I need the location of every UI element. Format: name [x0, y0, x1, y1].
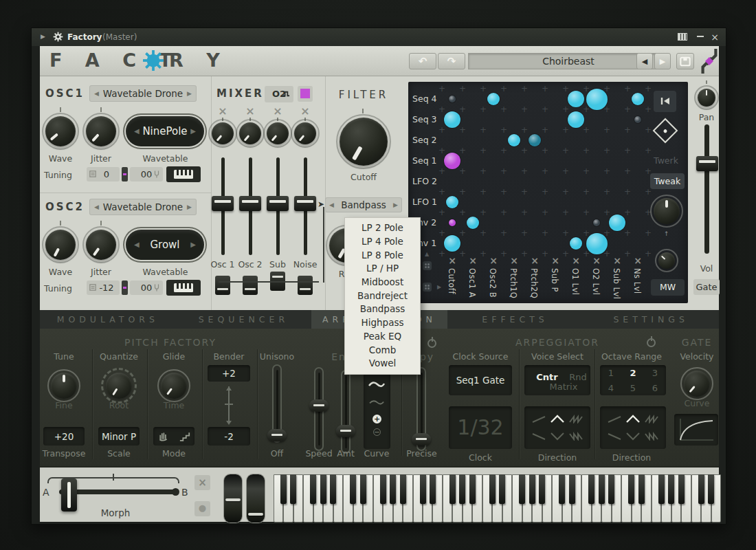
zigzag-down-icon[interactable]: [644, 432, 659, 441]
triangle-up-icon[interactable]: [550, 415, 565, 424]
ramp-down-icon[interactable]: [607, 432, 622, 441]
matrix-dot-r6-c0[interactable]: [449, 219, 456, 226]
menu-item-lp-8-pole[interactable]: LP 8 Pole: [345, 251, 420, 261]
chevron-right-icon[interactable]: ▶: [393, 197, 398, 212]
matrix-dot-r7-c6[interactable]: [570, 237, 582, 250]
black-key-15[interactable]: [430, 474, 436, 504]
ramp-down-icon[interactable]: [531, 432, 546, 441]
voice-option-rnd[interactable]: Rnd: [569, 372, 587, 382]
filter-type-dropdown[interactable]: ◀ Bandpass ▶: [325, 197, 402, 212]
mixer-fader-handle-1[interactable]: [212, 196, 234, 211]
matrix-col-x-3[interactable]: ×: [488, 255, 499, 266]
matrix-dot-r6-c7[interactable]: [593, 219, 600, 226]
matrix-col-x-1[interactable]: ×: [447, 255, 458, 266]
menu-item-vowel[interactable]: Vowel: [345, 359, 420, 368]
mixer-x-1[interactable]: ×: [217, 104, 228, 118]
chevron-left-icon[interactable]: ◀: [134, 116, 140, 146]
matrix-dot-r6-c8[interactable]: [609, 214, 625, 231]
black-key-33[interactable]: [608, 474, 614, 504]
black-key-5[interactable]: [330, 474, 336, 504]
morph-x-button[interactable]: ×: [194, 475, 210, 490]
menu-item-bandpass[interactable]: Bandpass: [345, 305, 420, 314]
clock-source-box[interactable]: Seq1 Gate: [449, 365, 512, 395]
black-key-31[interactable]: [588, 474, 594, 504]
matrix-col-x-4[interactable]: ×: [509, 255, 520, 266]
mixer-mini-slider-4[interactable]: [298, 276, 313, 295]
mixer-osc2-sync-button[interactable]: O2: [265, 86, 293, 102]
menu-item-comb[interactable]: Comb: [345, 346, 420, 355]
matrix-col-x-7[interactable]: ×: [570, 255, 581, 266]
morph-record-button[interactable]: ●: [194, 501, 210, 516]
black-key-28[interactable]: [559, 474, 565, 504]
pitch-wheel[interactable]: [224, 474, 242, 522]
matrix-dot-r0-c9[interactable]: [632, 93, 644, 105]
morph-slider-handle[interactable]: [61, 478, 77, 512]
black-key-8[interactable]: [360, 474, 366, 504]
matrix-mw-button[interactable]: MW: [651, 279, 685, 296]
matrix-dot-r0-c7[interactable]: [586, 89, 608, 110]
matrix-dot-r3-c0[interactable]: [444, 153, 460, 169]
matrix-up-arrow-icon[interactable]: ▲: [425, 251, 429, 257]
black-key-7[interactable]: [350, 474, 356, 504]
glide-knob[interactable]: [157, 369, 190, 402]
octave-option-3[interactable]: 3: [644, 368, 666, 378]
menu-item-highpass[interactable]: Highpass: [345, 318, 420, 328]
black-key-21[interactable]: [489, 474, 496, 504]
menu-item-lp-hp[interactable]: LP / HP: [345, 264, 420, 274]
black-key-39[interactable]: [668, 474, 674, 504]
minimize-icon[interactable]: [697, 36, 704, 37]
black-key-22[interactable]: [499, 474, 505, 504]
black-key-43[interactable]: [708, 474, 714, 504]
ramp-up-icon[interactable]: [607, 415, 622, 424]
black-key-25[interactable]: [529, 474, 535, 504]
mixer-fader-handle-3[interactable]: [267, 196, 289, 211]
black-key-3[interactable]: [310, 474, 316, 504]
mixer-knob-noise[interactable]: [291, 119, 320, 148]
black-key-36[interactable]: [638, 474, 645, 504]
matrix-dot-r7-c0[interactable]: [444, 235, 460, 252]
black-key-12[interactable]: [400, 474, 406, 504]
mixer-knob-sub[interactable]: [263, 119, 292, 148]
pan-knob[interactable]: [694, 85, 719, 110]
black-key-32[interactable]: [599, 474, 605, 504]
matrix-dot-r0-c2[interactable]: [487, 93, 500, 105]
matrix-dot-r1-c0[interactable]: [444, 111, 460, 128]
clock-value-box[interactable]: 1/32: [449, 406, 512, 449]
black-key-1[interactable]: [290, 474, 296, 504]
quantize-knob[interactable]: [102, 369, 135, 402]
chevron-right-icon[interactable]: ▶: [190, 230, 196, 260]
window-menu-arrow-icon[interactable]: ▶: [41, 33, 45, 40]
black-key-24[interactable]: [519, 474, 525, 504]
dice-icon[interactable]: [423, 283, 432, 292]
octave-option-5[interactable]: 5: [622, 383, 644, 393]
triangle-up-icon[interactable]: [625, 415, 641, 424]
black-key-11[interactable]: [390, 474, 396, 504]
minus-icon[interactable]: −: [373, 428, 381, 436]
octave-option-6[interactable]: 6: [644, 383, 666, 393]
tab-settings[interactable]: SETTINGS: [583, 310, 719, 329]
zigzag-down-icon[interactable]: [568, 432, 583, 441]
chevron-left-icon[interactable]: ◀: [329, 197, 334, 212]
matrix-morph-pad[interactable]: [653, 118, 678, 144]
power-icon[interactable]: [647, 338, 656, 347]
osc1-wave-knob[interactable]: [42, 113, 79, 150]
mixer-x-3[interactable]: ×: [272, 104, 283, 118]
zigzag-up-icon[interactable]: [644, 415, 659, 424]
black-key-4[interactable]: [320, 474, 326, 504]
menu-item-lp-2-pole[interactable]: LP 2 Pole: [345, 223, 420, 233]
preset-prev-button[interactable]: ◀: [636, 53, 653, 69]
black-key-0[interactable]: [280, 474, 287, 504]
matrix-dot-r2-c3[interactable]: [508, 134, 520, 146]
voice-option-cntr[interactable]: Cntr: [536, 372, 557, 382]
transpose-value-box[interactable]: +20: [43, 427, 85, 446]
osc1-keytrack-button[interactable]: [166, 166, 201, 182]
black-key-29[interactable]: [569, 474, 575, 504]
matrix-dot-r1-c9[interactable]: [634, 116, 641, 123]
matrix-dot-r7-c7[interactable]: [586, 233, 608, 254]
glide-mode-box[interactable]: [153, 427, 194, 446]
black-key-42[interactable]: [698, 474, 704, 504]
chevron-left-icon[interactable]: ◀: [94, 85, 99, 102]
osc2-cents-box[interactable]: 00: [130, 280, 163, 295]
tab-modulators[interactable]: MODULATORS: [40, 310, 176, 329]
velocity-knob[interactable]: [680, 367, 713, 400]
